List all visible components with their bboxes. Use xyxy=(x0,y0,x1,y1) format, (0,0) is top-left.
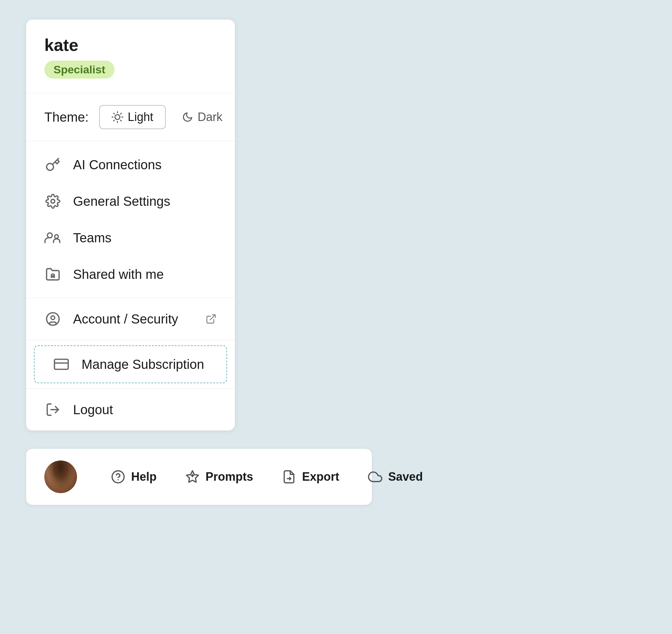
subscription-section: Manage Subscription 1 Manage Subscriptio… xyxy=(26,340,235,389)
svg-rect-17 xyxy=(54,359,68,369)
menu-ai-connections-label: AI Connections xyxy=(73,157,162,172)
user-section: kate Specialist xyxy=(26,20,235,93)
theme-buttons: Light Dark xyxy=(99,105,235,129)
svg-line-16 xyxy=(210,315,215,320)
bottom-bar: Help Prompts Export xyxy=(26,449,372,505)
saved-button[interactable]: Saved xyxy=(354,470,437,484)
help-label: Help xyxy=(131,470,157,484)
svg-point-12 xyxy=(55,235,58,238)
profile-menu-card: kate Specialist Theme: xyxy=(26,20,235,431)
users-icon xyxy=(44,229,61,246)
saved-label: Saved xyxy=(388,470,423,484)
menu-teams-label: Teams xyxy=(73,230,112,245)
theme-light-label: Light xyxy=(128,110,153,124)
logout-icon xyxy=(44,401,61,418)
export-button[interactable]: Export xyxy=(267,470,354,484)
menu-item-manage-subscription[interactable]: Manage Subscription xyxy=(34,345,227,383)
saved-icon xyxy=(368,470,382,484)
moon-icon xyxy=(182,112,193,123)
avatar-image xyxy=(44,461,77,493)
menu-logout-label: Logout xyxy=(73,403,113,417)
svg-line-7 xyxy=(114,120,114,121)
menu-subscription-label: Manage Subscription xyxy=(81,357,204,372)
menu-item-account-security[interactable]: Account / Security xyxy=(26,301,235,337)
theme-section: Theme: Light xyxy=(26,93,235,141)
avatar-decoration xyxy=(44,461,77,493)
svg-point-0 xyxy=(115,115,120,120)
menu-item-teams[interactable]: Teams xyxy=(26,219,235,256)
user-avatar[interactable] xyxy=(44,461,77,493)
gear-icon xyxy=(44,193,61,210)
theme-light-button[interactable]: Light xyxy=(99,105,166,129)
user-circle-icon xyxy=(44,311,61,327)
export-icon xyxy=(282,470,296,484)
share-folder-icon xyxy=(44,266,61,283)
svg-point-10 xyxy=(51,199,55,203)
theme-label: Theme: xyxy=(44,110,89,125)
menu-general-settings-label: General Settings xyxy=(73,194,170,209)
user-badge: Specialist xyxy=(44,60,115,79)
menu-item-logout[interactable]: Logout xyxy=(26,391,235,428)
prompts-label: Prompts xyxy=(206,470,253,484)
sun-icon xyxy=(112,111,123,123)
export-label: Export xyxy=(302,470,339,484)
theme-dark-label: Dark xyxy=(198,110,222,124)
main-menu-section: AI Connections General Settings xyxy=(26,141,235,298)
svg-line-8 xyxy=(120,113,121,114)
svg-line-4 xyxy=(120,120,121,121)
theme-dark-button[interactable]: Dark xyxy=(170,105,235,129)
menu-shared-label: Shared with me xyxy=(73,267,164,282)
help-icon xyxy=(111,470,125,484)
svg-line-3 xyxy=(114,113,114,114)
svg-point-11 xyxy=(47,233,52,238)
prompts-button[interactable]: Prompts xyxy=(171,470,267,484)
credit-card-icon xyxy=(53,356,70,373)
help-button[interactable]: Help xyxy=(97,470,171,484)
logout-section: Logout xyxy=(26,389,235,431)
key-icon xyxy=(44,156,61,173)
external-link-icon xyxy=(206,313,217,324)
user-name: kate xyxy=(44,35,217,55)
menu-item-ai-connections[interactable]: AI Connections xyxy=(26,146,235,183)
svg-point-15 xyxy=(51,316,55,320)
prompts-icon xyxy=(185,470,200,484)
menu-item-general-settings[interactable]: General Settings xyxy=(26,183,235,219)
security-section: Account / Security xyxy=(26,298,235,340)
menu-item-shared-with-me[interactable]: Shared with me xyxy=(26,256,235,293)
menu-account-security-label: Account / Security xyxy=(73,312,178,326)
